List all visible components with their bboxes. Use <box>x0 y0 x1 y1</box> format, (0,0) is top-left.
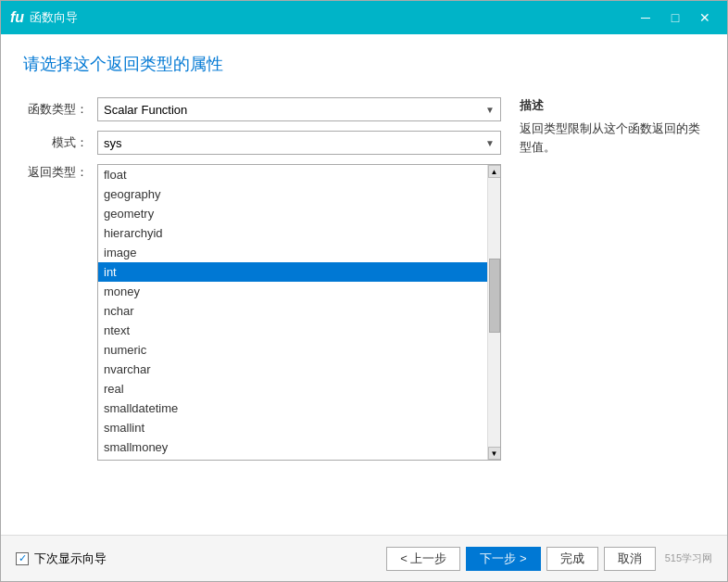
description-area: 描述 返回类型限制从这个函数返回的类型值。 <box>520 97 705 535</box>
back-button[interactable]: < 上一步 <box>386 547 460 571</box>
footer: 下次显示向导 < 上一步 下一步 > 完成 取消 515学习网 <box>1 535 727 581</box>
watermark: 515学习网 <box>665 551 712 565</box>
scroll-thumb[interactable] <box>489 259 500 333</box>
mode-value: sys <box>104 136 122 150</box>
list-item[interactable]: image <box>98 243 487 262</box>
function-type-select[interactable]: Scalar Function ▼ <box>97 97 501 121</box>
mode-select[interactable]: sys ▼ <box>97 131 501 155</box>
mode-label: 模式： <box>23 134 88 151</box>
scrollbar[interactable]: ▲ ▼ <box>487 165 500 460</box>
function-type-value: Scalar Function <box>104 103 187 117</box>
title-bar: fu 函数向导 ─ □ ✕ <box>1 1 727 34</box>
show-wizard-checkbox[interactable] <box>16 552 29 565</box>
list-item[interactable]: sql_variant <box>98 457 487 460</box>
return-type-listbox-container: floatgeographygeometryhierarchyidimagein… <box>97 164 501 461</box>
list-item[interactable]: hierarchyid <box>98 223 487 243</box>
minimize-button[interactable]: ─ <box>633 7 659 28</box>
list-item[interactable]: numeric <box>98 340 487 360</box>
title-bar-left: fu 函数向导 <box>10 9 78 26</box>
cancel-button[interactable]: 取消 <box>604 547 656 571</box>
scroll-down-btn[interactable]: ▼ <box>488 447 501 460</box>
mode-arrow: ▼ <box>485 138 495 148</box>
show-wizard-label: 下次显示向导 <box>34 550 107 567</box>
close-button[interactable]: ✕ <box>692 7 718 28</box>
list-item[interactable]: smallmoney <box>98 437 487 457</box>
form-area: 函数类型： Scalar Function ▼ 模式： sys ▼ <box>23 97 705 535</box>
title-bar-controls: ─ □ ✕ <box>633 7 718 28</box>
list-item[interactable]: geometry <box>98 204 487 223</box>
description-text: 返回类型限制从这个函数返回的类型值。 <box>520 120 705 156</box>
function-type-arrow: ▼ <box>485 105 495 115</box>
mode-row: 模式： sys ▼ <box>23 131 501 155</box>
scroll-up-btn[interactable]: ▲ <box>488 165 501 178</box>
form-left: 函数类型： Scalar Function ▼ 模式： sys ▼ <box>23 97 501 535</box>
list-item[interactable]: smallint <box>98 418 487 437</box>
finish-button[interactable]: 完成 <box>546 547 598 571</box>
return-type-row: 返回类型： floatgeographygeometryhierarchyidi… <box>23 164 501 461</box>
page-title: 请选择这个返回类型的属性 <box>23 53 705 75</box>
function-type-label: 函数类型： <box>23 101 88 118</box>
description-title: 描述 <box>520 97 705 114</box>
app-icon: fu <box>10 9 24 26</box>
list-item[interactable]: geography <box>98 184 487 204</box>
window-content: 请选择这个返回类型的属性 函数类型： Scalar Function ▼ 模式：… <box>1 34 727 535</box>
footer-right: < 上一步 下一步 > 完成 取消 515学习网 <box>386 547 712 571</box>
list-item[interactable]: real <box>98 379 487 399</box>
return-type-label: 返回类型： <box>23 164 88 181</box>
maximize-button[interactable]: □ <box>662 7 688 28</box>
list-item[interactable]: int <box>98 262 487 282</box>
list-item[interactable]: float <box>98 165 487 184</box>
wizard-window: fu 函数向导 ─ □ ✕ 请选择这个返回类型的属性 函数类型： Scalar … <box>0 0 728 582</box>
window-title: 函数向导 <box>30 9 78 26</box>
next-button[interactable]: 下一步 > <box>466 547 540 571</box>
footer-left: 下次显示向导 <box>16 550 107 567</box>
list-item[interactable]: money <box>98 282 487 301</box>
list-item[interactable]: ntext <box>98 321 487 340</box>
list-item[interactable]: nchar <box>98 301 487 321</box>
return-type-listbox[interactable]: floatgeographygeometryhierarchyidimagein… <box>98 165 487 460</box>
list-item[interactable]: nvarchar <box>98 360 487 379</box>
scroll-track <box>488 178 501 447</box>
function-type-row: 函数类型： Scalar Function ▼ <box>23 97 501 121</box>
list-item[interactable]: smalldatetime <box>98 399 487 418</box>
